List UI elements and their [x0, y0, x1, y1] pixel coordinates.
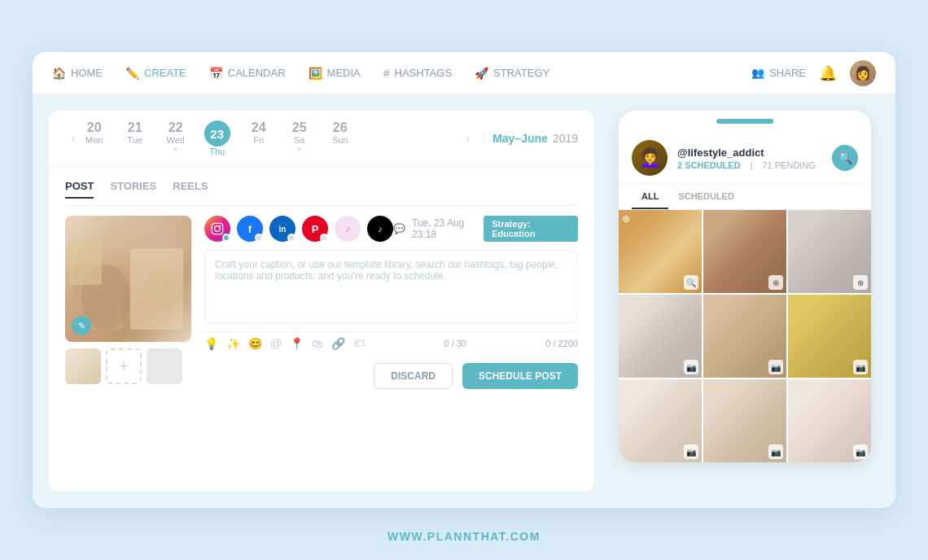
- grid-cell-8[interactable]: 📷: [703, 379, 786, 462]
- nav-home[interactable]: 🏠 HOME: [52, 67, 103, 80]
- grid-icon-4: 📷: [684, 360, 698, 374]
- main-image[interactable]: ✎: [65, 216, 191, 342]
- thumbnail-3[interactable]: [147, 348, 182, 384]
- grid-icon-3: ⊕: [853, 275, 868, 290]
- post-header: f in P: [204, 216, 578, 242]
- grid-icon-5: 📷: [768, 360, 783, 374]
- grid-icon-9: 📷: [853, 444, 868, 459]
- caption-input[interactable]: [204, 250, 578, 323]
- cal-day-23[interactable]: 23 Thu: [204, 120, 230, 156]
- discard-button[interactable]: DISCARD: [374, 363, 453, 389]
- grid-cell-2[interactable]: ⊕: [703, 210, 786, 293]
- nav-media[interactable]: 🖼️ MEDIA: [309, 67, 361, 80]
- svg-rect-5: [212, 223, 222, 234]
- cal-day-20[interactable]: 20 Mon: [82, 120, 107, 156]
- profile-username: @lifestyle_addict: [677, 147, 822, 159]
- navbar: 🏠 HOME ✏️ CREATE 📅 CALENDAR 🖼️ MEDIA # H…: [33, 52, 895, 94]
- nav-right: 👥 SHARE 🔔 👩: [751, 60, 876, 86]
- nav-calendar[interactable]: 📅 CALENDAR: [209, 67, 286, 80]
- post-actions: DISCARD SCHEDULE POST: [204, 363, 578, 389]
- post-right: f in P: [204, 216, 578, 479]
- linkedin-icon[interactable]: in: [269, 216, 295, 242]
- location-icon[interactable]: 📍: [290, 337, 304, 350]
- image-area: ✎ +: [65, 216, 191, 479]
- pinterest-icon[interactable]: P: [302, 216, 328, 242]
- other-social-icon[interactable]: ♪: [335, 216, 361, 242]
- phone-tab-scheduled[interactable]: SCHEDULED: [668, 185, 743, 209]
- emoji-icon[interactable]: 😊: [248, 337, 262, 350]
- grid-cell-9[interactable]: 📷: [788, 379, 871, 462]
- grid-cell-6[interactable]: 📷: [788, 295, 871, 378]
- star-icon: ⊕: [622, 213, 630, 225]
- app-container: 🏠 HOME ✏️ CREATE 📅 CALENDAR 🖼️ MEDIA # H…: [33, 52, 895, 508]
- grid-cell-3[interactable]: ⊕: [788, 210, 871, 293]
- add-image-button[interactable]: +: [106, 348, 142, 384]
- cal-next[interactable]: ›: [459, 132, 476, 145]
- rocket-icon: 🚀: [475, 67, 488, 80]
- photo-grid: ⊕ 🔍 ⊕ ⊕: [619, 210, 871, 462]
- home-icon: 🏠: [52, 67, 66, 80]
- edit-image-button[interactable]: ✎: [72, 316, 91, 335]
- grid-cell-5[interactable]: 📷: [703, 295, 786, 378]
- post-area: POST STORIES REELS: [49, 167, 594, 492]
- tab-stories[interactable]: STORIES: [110, 180, 156, 199]
- toolbar-icons: 💡 ✨ 😊 @ 📍 🛍 🔗 🏷 0 / 30 0 / 2200: [204, 331, 578, 355]
- tag-icon[interactable]: 🏷: [353, 337, 365, 350]
- tab-post[interactable]: POST: [65, 180, 94, 199]
- phone-tab-all[interactable]: ALL: [632, 185, 668, 209]
- cal-day-21[interactable]: 21 Tue: [123, 120, 147, 156]
- phone-status-bar: [716, 119, 773, 124]
- grid-icon-8: 📷: [768, 444, 783, 459]
- at-icon[interactable]: @: [270, 337, 282, 350]
- shop-icon[interactable]: 🛍: [312, 337, 323, 350]
- lightbulb-icon[interactable]: 💡: [204, 337, 218, 350]
- phone-tabs: ALL SCHEDULED: [619, 185, 871, 210]
- phone-search-button[interactable]: 🔍: [832, 145, 858, 171]
- grid-cell-4[interactable]: 📷: [619, 295, 702, 378]
- pending-count: 71 PENDING: [762, 160, 815, 170]
- content-area: ‹ 20 Mon 21 Tue 22 Wed ●: [33, 94, 895, 508]
- phone-header: 👩‍🦱 @lifestyle_addict 2 SCHEDULED | 71 P…: [619, 132, 871, 185]
- instagram-icon[interactable]: [204, 216, 230, 242]
- calendar-days: 20 Mon 21 Tue 22 Wed ● 23 Thu: [82, 120, 460, 156]
- hashtag-count: 0 / 30: [444, 339, 466, 348]
- post-tabs: POST STORIES REELS: [65, 180, 578, 206]
- cal-day-25[interactable]: 25 Sa ●: [287, 120, 312, 156]
- profile-stats: 2 SCHEDULED | 71 PENDING: [677, 160, 822, 170]
- schedule-button[interactable]: SCHEDULE POST: [462, 363, 578, 389]
- share-button[interactable]: 👥 SHARE: [751, 67, 806, 79]
- sparkle-icon[interactable]: ✨: [226, 337, 240, 350]
- svg-point-6: [215, 226, 221, 232]
- post-body: ✎ +: [65, 216, 578, 479]
- cal-prev[interactable]: ‹: [65, 132, 82, 145]
- svg-point-3: [142, 269, 183, 309]
- facebook-icon[interactable]: f: [237, 216, 263, 242]
- grid-cell-7[interactable]: 📷: [619, 379, 702, 462]
- nav-hashtags[interactable]: # HASHTAGS: [383, 67, 452, 80]
- tab-reels[interactable]: REELS: [173, 180, 208, 199]
- char-count: 0 / 2200: [545, 339, 578, 348]
- scheduled-count: 2 SCHEDULED: [677, 160, 741, 170]
- grid-cell-1[interactable]: ⊕ 🔍: [619, 210, 702, 293]
- media-icon: 🖼️: [309, 67, 322, 80]
- notification-bell[interactable]: 🔔: [819, 64, 837, 82]
- cal-day-26[interactable]: 26 Sun: [328, 120, 352, 156]
- nav-strategy[interactable]: 🚀 STRATEGY: [475, 67, 549, 80]
- strategy-badge[interactable]: Strategy: Education: [484, 216, 578, 242]
- grid-icon-2: ⊕: [768, 275, 783, 290]
- link-icon[interactable]: 🔗: [331, 337, 345, 350]
- chat-icon: 💬: [393, 223, 405, 234]
- right-panel: 👩‍🦱 @lifestyle_addict 2 SCHEDULED | 71 P…: [611, 111, 879, 492]
- cal-day-24[interactable]: 24 Fri: [247, 120, 271, 156]
- profile-avatar: 👩‍🦱: [632, 140, 668, 176]
- tiktok-icon[interactable]: ♪: [367, 216, 393, 242]
- calendar-strip: ‹ 20 Mon 21 Tue 22 Wed ●: [49, 111, 594, 167]
- social-icons: f in P: [204, 216, 393, 242]
- cal-day-22[interactable]: 22 Wed ●: [164, 120, 188, 156]
- thumbnail-1[interactable]: [65, 348, 101, 384]
- post-meta: 💬 Tue, 23 Aug 23:18: [393, 217, 484, 240]
- nav-create[interactable]: ✏️ CREATE: [125, 67, 186, 80]
- pencil-icon: ✏️: [125, 67, 139, 80]
- user-avatar[interactable]: 👩: [850, 60, 876, 86]
- grid-icon-1: 🔍: [684, 275, 698, 290]
